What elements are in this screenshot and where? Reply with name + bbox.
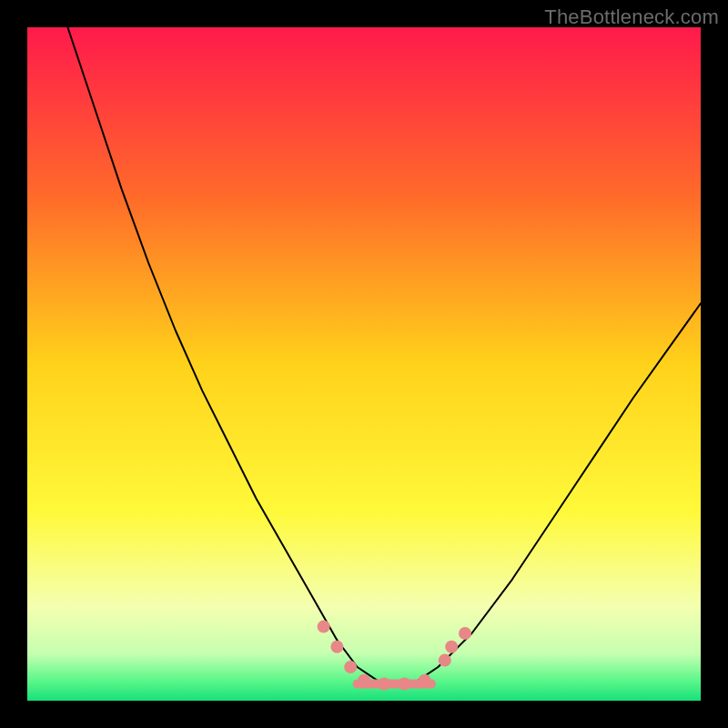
watermark-text: TheBottleneck.com <box>544 5 719 29</box>
valley-marker <box>445 641 458 653</box>
valley-marker <box>398 678 410 691</box>
valley-marker <box>318 621 330 633</box>
valley-marker <box>378 678 390 691</box>
valley-marker <box>419 674 431 687</box>
gradient-background <box>27 27 701 701</box>
bottleneck-chart <box>27 27 701 701</box>
valley-marker <box>344 661 357 673</box>
valley-marker <box>439 654 451 667</box>
plot-area <box>27 27 701 701</box>
valley-marker <box>459 627 471 640</box>
valley-marker <box>358 674 370 687</box>
valley-marker <box>330 641 343 653</box>
chart-frame: TheBottleneck.com <box>0 0 728 728</box>
